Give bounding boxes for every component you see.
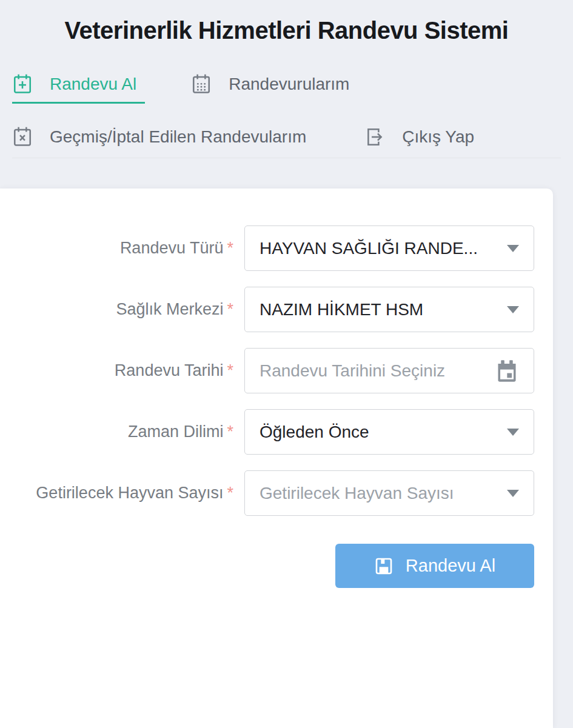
zaman-dilimi-select[interactable]: Öğleden Önce: [244, 409, 534, 455]
date-picker-icon[interactable]: [495, 358, 519, 384]
chevron-down-icon: [507, 490, 519, 497]
tab-label: Geçmiş/İptal Edilen Randevularım: [50, 127, 306, 147]
required-asterisk: *: [227, 361, 233, 379]
selected-value: NAZIM HİKMET HSM: [260, 300, 423, 319]
appointment-form-card: Randevu Türü* HAYVAN SAĞLIĞI RANDE... Sa…: [0, 189, 553, 728]
logout-icon: [364, 125, 385, 149]
tab-label: Randevu Al: [50, 75, 136, 94]
field-label: Randevu Türü*: [0, 239, 233, 258]
chevron-down-icon: [507, 245, 519, 252]
date-placeholder: Randevu Tarihini Seçiniz: [260, 361, 445, 381]
tab-gecmis-iptal-randevularim[interactable]: Geçmiş/İptal Edilen Randevularım: [12, 126, 315, 156]
chevron-down-icon: [507, 306, 519, 313]
button-label: Randevu Al: [406, 556, 495, 576]
calendar-plus-icon: [12, 73, 33, 96]
calendar-x-icon: [12, 125, 33, 149]
tab-randevu-al[interactable]: Randevu Al: [12, 73, 145, 104]
button-row: Randevu Al: [0, 544, 553, 588]
divider: [12, 158, 561, 158]
form-row-randevu-tarihi: Randevu Tarihi* Randevu Tarihini Seçiniz: [0, 348, 553, 393]
calendar-icon: [191, 73, 212, 96]
hayvan-sayisi-select[interactable]: Getirilecek Hayvan Sayısı: [244, 470, 534, 516]
selected-value: HAYVAN SAĞLIĞI RANDE...: [260, 239, 478, 258]
required-asterisk: *: [227, 300, 233, 318]
field-label: Getirilecek Hayvan Sayısı*: [0, 484, 233, 503]
tab-cikis-yap[interactable]: Çıkış Yap: [364, 126, 483, 156]
form-row-randevu-turu: Randevu Türü* HAYVAN SAĞLIĞI RANDE...: [0, 225, 553, 271]
select-placeholder: Getirilecek Hayvan Sayısı: [260, 484, 454, 503]
randevu-al-button[interactable]: Randevu Al: [335, 544, 534, 588]
tab-bar: Randevu Al Randevurularım: [0, 73, 573, 156]
field-label: Randevu Tarihi*: [0, 361, 233, 380]
required-asterisk: *: [227, 239, 233, 257]
page: Veterinerlik Hizmetleri Randevu Sistemi …: [0, 0, 573, 728]
saglik-merkezi-select[interactable]: NAZIM HİKMET HSM: [244, 287, 534, 332]
selected-value: Öğleden Önce: [260, 422, 369, 442]
save-icon: [374, 556, 394, 576]
form-row-zaman-dilimi: Zaman Dilimi* Öğleden Önce: [0, 409, 553, 455]
form-row-saglik-merkezi: Sağlık Merkezi* NAZIM HİKMET HSM: [0, 287, 553, 332]
field-label: Zaman Dilimi*: [0, 422, 233, 441]
tab-label: Randevurularım: [229, 75, 349, 94]
form-row-getirilecek-hayvan-sayisi: Getirilecek Hayvan Sayısı* Getirilecek H…: [0, 470, 553, 516]
tab-randevurularim[interactable]: Randevurularım: [191, 73, 358, 104]
randevu-turu-select[interactable]: HAYVAN SAĞLIĞI RANDE...: [244, 225, 534, 271]
chevron-down-icon: [507, 429, 519, 436]
page-title: Veterinerlik Hizmetleri Randevu Sistemi: [65, 15, 509, 47]
required-asterisk: *: [227, 422, 233, 441]
tab-label: Çıkış Yap: [402, 127, 474, 147]
field-label: Sağlık Merkezi*: [0, 300, 233, 319]
required-asterisk: *: [227, 484, 233, 502]
randevu-tarihi-date-input[interactable]: Randevu Tarihini Seçiniz: [244, 348, 534, 393]
